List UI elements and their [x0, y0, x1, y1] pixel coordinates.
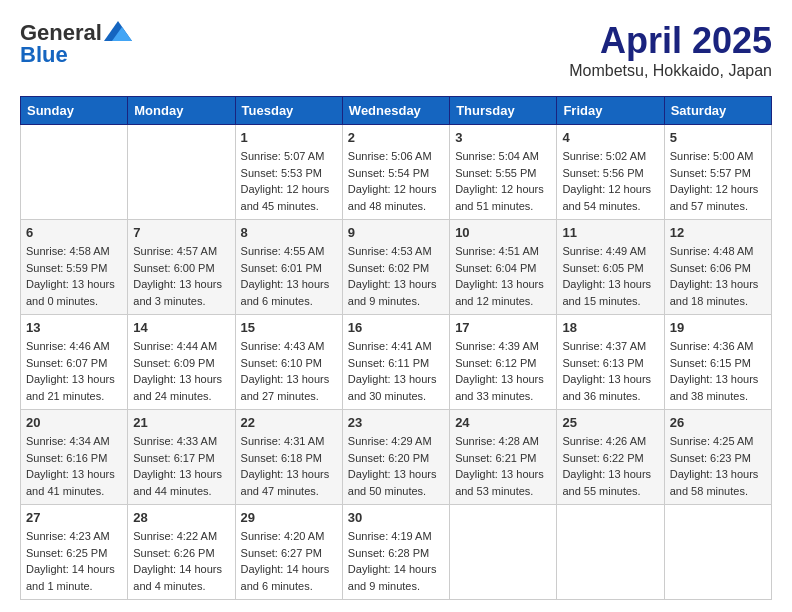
day-number: 8 [241, 225, 337, 240]
location: Mombetsu, Hokkaido, Japan [569, 62, 772, 80]
day-number: 28 [133, 510, 229, 525]
day-number: 30 [348, 510, 444, 525]
day-info: Sunrise: 5:00 AM Sunset: 5:57 PM Dayligh… [670, 148, 766, 214]
day-info: Sunrise: 5:06 AM Sunset: 5:54 PM Dayligh… [348, 148, 444, 214]
calendar-cell: 28Sunrise: 4:22 AM Sunset: 6:26 PM Dayli… [128, 505, 235, 600]
day-info: Sunrise: 4:34 AM Sunset: 6:16 PM Dayligh… [26, 433, 122, 499]
title-block: April 2025 Mombetsu, Hokkaido, Japan [569, 20, 772, 80]
calendar-cell: 11Sunrise: 4:49 AM Sunset: 6:05 PM Dayli… [557, 220, 664, 315]
calendar-cell: 29Sunrise: 4:20 AM Sunset: 6:27 PM Dayli… [235, 505, 342, 600]
day-info: Sunrise: 4:28 AM Sunset: 6:21 PM Dayligh… [455, 433, 551, 499]
day-info: Sunrise: 4:22 AM Sunset: 6:26 PM Dayligh… [133, 528, 229, 594]
calendar-cell: 10Sunrise: 4:51 AM Sunset: 6:04 PM Dayli… [450, 220, 557, 315]
day-info: Sunrise: 4:23 AM Sunset: 6:25 PM Dayligh… [26, 528, 122, 594]
calendar-cell: 23Sunrise: 4:29 AM Sunset: 6:20 PM Dayli… [342, 410, 449, 505]
day-info: Sunrise: 4:55 AM Sunset: 6:01 PM Dayligh… [241, 243, 337, 309]
day-info: Sunrise: 4:31 AM Sunset: 6:18 PM Dayligh… [241, 433, 337, 499]
calendar-cell: 5Sunrise: 5:00 AM Sunset: 5:57 PM Daylig… [664, 125, 771, 220]
calendar-week-row: 27Sunrise: 4:23 AM Sunset: 6:25 PM Dayli… [21, 505, 772, 600]
day-number: 20 [26, 415, 122, 430]
calendar-cell: 12Sunrise: 4:48 AM Sunset: 6:06 PM Dayli… [664, 220, 771, 315]
day-number: 15 [241, 320, 337, 335]
day-info: Sunrise: 4:51 AM Sunset: 6:04 PM Dayligh… [455, 243, 551, 309]
calendar-table: SundayMondayTuesdayWednesdayThursdayFrid… [20, 96, 772, 600]
weekday-header: Wednesday [342, 97, 449, 125]
calendar-week-row: 1Sunrise: 5:07 AM Sunset: 5:53 PM Daylig… [21, 125, 772, 220]
calendar-header-row: SundayMondayTuesdayWednesdayThursdayFrid… [21, 97, 772, 125]
calendar-cell: 17Sunrise: 4:39 AM Sunset: 6:12 PM Dayli… [450, 315, 557, 410]
calendar-cell: 2Sunrise: 5:06 AM Sunset: 5:54 PM Daylig… [342, 125, 449, 220]
calendar-cell: 1Sunrise: 5:07 AM Sunset: 5:53 PM Daylig… [235, 125, 342, 220]
day-info: Sunrise: 4:53 AM Sunset: 6:02 PM Dayligh… [348, 243, 444, 309]
calendar-cell: 21Sunrise: 4:33 AM Sunset: 6:17 PM Dayli… [128, 410, 235, 505]
calendar-cell: 25Sunrise: 4:26 AM Sunset: 6:22 PM Dayli… [557, 410, 664, 505]
day-info: Sunrise: 4:33 AM Sunset: 6:17 PM Dayligh… [133, 433, 229, 499]
day-info: Sunrise: 4:19 AM Sunset: 6:28 PM Dayligh… [348, 528, 444, 594]
calendar-cell: 3Sunrise: 5:04 AM Sunset: 5:55 PM Daylig… [450, 125, 557, 220]
day-info: Sunrise: 5:02 AM Sunset: 5:56 PM Dayligh… [562, 148, 658, 214]
calendar-cell: 9Sunrise: 4:53 AM Sunset: 6:02 PM Daylig… [342, 220, 449, 315]
calendar-week-row: 20Sunrise: 4:34 AM Sunset: 6:16 PM Dayli… [21, 410, 772, 505]
logo-blue-text: Blue [20, 42, 68, 68]
calendar-cell: 26Sunrise: 4:25 AM Sunset: 6:23 PM Dayli… [664, 410, 771, 505]
page-header: General Blue April 2025 Mombetsu, Hokkai… [20, 20, 772, 80]
day-info: Sunrise: 4:37 AM Sunset: 6:13 PM Dayligh… [562, 338, 658, 404]
calendar-cell [21, 125, 128, 220]
day-number: 11 [562, 225, 658, 240]
calendar-cell: 4Sunrise: 5:02 AM Sunset: 5:56 PM Daylig… [557, 125, 664, 220]
day-info: Sunrise: 4:41 AM Sunset: 6:11 PM Dayligh… [348, 338, 444, 404]
day-number: 1 [241, 130, 337, 145]
calendar-cell: 7Sunrise: 4:57 AM Sunset: 6:00 PM Daylig… [128, 220, 235, 315]
calendar-cell [128, 125, 235, 220]
calendar-cell: 20Sunrise: 4:34 AM Sunset: 6:16 PM Dayli… [21, 410, 128, 505]
day-number: 18 [562, 320, 658, 335]
day-number: 29 [241, 510, 337, 525]
calendar-cell: 22Sunrise: 4:31 AM Sunset: 6:18 PM Dayli… [235, 410, 342, 505]
calendar-cell: 14Sunrise: 4:44 AM Sunset: 6:09 PM Dayli… [128, 315, 235, 410]
calendar-cell: 30Sunrise: 4:19 AM Sunset: 6:28 PM Dayli… [342, 505, 449, 600]
day-number: 13 [26, 320, 122, 335]
calendar-cell: 8Sunrise: 4:55 AM Sunset: 6:01 PM Daylig… [235, 220, 342, 315]
calendar-cell: 16Sunrise: 4:41 AM Sunset: 6:11 PM Dayli… [342, 315, 449, 410]
day-number: 7 [133, 225, 229, 240]
day-info: Sunrise: 4:36 AM Sunset: 6:15 PM Dayligh… [670, 338, 766, 404]
day-number: 3 [455, 130, 551, 145]
day-info: Sunrise: 4:48 AM Sunset: 6:06 PM Dayligh… [670, 243, 766, 309]
calendar-cell: 6Sunrise: 4:58 AM Sunset: 5:59 PM Daylig… [21, 220, 128, 315]
month-title: April 2025 [569, 20, 772, 62]
calendar-cell: 19Sunrise: 4:36 AM Sunset: 6:15 PM Dayli… [664, 315, 771, 410]
day-number: 12 [670, 225, 766, 240]
day-number: 23 [348, 415, 444, 430]
day-number: 14 [133, 320, 229, 335]
day-number: 10 [455, 225, 551, 240]
calendar-cell: 15Sunrise: 4:43 AM Sunset: 6:10 PM Dayli… [235, 315, 342, 410]
day-number: 26 [670, 415, 766, 430]
calendar-cell [450, 505, 557, 600]
day-info: Sunrise: 4:29 AM Sunset: 6:20 PM Dayligh… [348, 433, 444, 499]
calendar-week-row: 13Sunrise: 4:46 AM Sunset: 6:07 PM Dayli… [21, 315, 772, 410]
day-number: 19 [670, 320, 766, 335]
weekday-header: Friday [557, 97, 664, 125]
day-number: 27 [26, 510, 122, 525]
day-number: 16 [348, 320, 444, 335]
weekday-header: Saturday [664, 97, 771, 125]
weekday-header: Sunday [21, 97, 128, 125]
day-number: 21 [133, 415, 229, 430]
day-info: Sunrise: 4:49 AM Sunset: 6:05 PM Dayligh… [562, 243, 658, 309]
day-number: 5 [670, 130, 766, 145]
calendar-cell [664, 505, 771, 600]
day-number: 24 [455, 415, 551, 430]
calendar-cell: 24Sunrise: 4:28 AM Sunset: 6:21 PM Dayli… [450, 410, 557, 505]
weekday-header: Tuesday [235, 97, 342, 125]
day-number: 4 [562, 130, 658, 145]
day-number: 25 [562, 415, 658, 430]
calendar-cell: 13Sunrise: 4:46 AM Sunset: 6:07 PM Dayli… [21, 315, 128, 410]
day-info: Sunrise: 4:57 AM Sunset: 6:00 PM Dayligh… [133, 243, 229, 309]
day-number: 2 [348, 130, 444, 145]
day-info: Sunrise: 4:46 AM Sunset: 6:07 PM Dayligh… [26, 338, 122, 404]
day-info: Sunrise: 4:26 AM Sunset: 6:22 PM Dayligh… [562, 433, 658, 499]
day-number: 9 [348, 225, 444, 240]
weekday-header: Thursday [450, 97, 557, 125]
calendar-cell: 18Sunrise: 4:37 AM Sunset: 6:13 PM Dayli… [557, 315, 664, 410]
day-info: Sunrise: 4:44 AM Sunset: 6:09 PM Dayligh… [133, 338, 229, 404]
